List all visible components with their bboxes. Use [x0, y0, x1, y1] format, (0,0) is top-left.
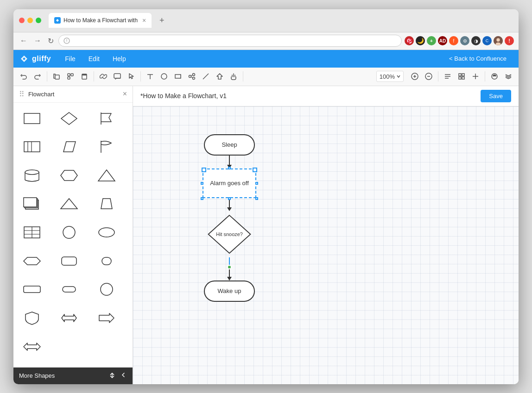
- color-button[interactable]: [488, 70, 501, 83]
- tab-favicon: [54, 17, 61, 24]
- link-button[interactable]: [97, 70, 110, 83]
- zoom-in-button[interactable]: [408, 70, 421, 83]
- svg-text:Hit snooze?: Hit snooze?: [216, 231, 243, 237]
- shape-hexagon[interactable]: [56, 165, 82, 186]
- back-to-confluence-button[interactable]: < Back to Confluence: [443, 55, 513, 62]
- undo-button[interactable]: [17, 70, 30, 83]
- confluence-icon[interactable]: C: [482, 36, 492, 45]
- shape-right-arrow[interactable]: [94, 308, 120, 328]
- arrow-button[interactable]: [213, 70, 226, 83]
- adblock-icon[interactable]: AD: [438, 36, 447, 45]
- svg-marker-41: [61, 112, 77, 125]
- dark-reader-icon[interactable]: ◑: [471, 36, 481, 45]
- notification-icon[interactable]: !: [505, 36, 514, 45]
- forward-nav-button[interactable]: →: [32, 36, 43, 46]
- copy-button[interactable]: [50, 70, 63, 83]
- minimize-button[interactable]: [27, 18, 33, 23]
- tools-icon[interactable]: ⚙: [460, 36, 469, 45]
- title-bar: How to Make a Flowchart with × +: [13, 9, 519, 32]
- line-button[interactable]: [199, 70, 212, 83]
- connector-line-1: [229, 156, 230, 165]
- shape-rrect-wide[interactable]: [19, 279, 45, 299]
- shape-pill[interactable]: [56, 279, 82, 299]
- svg-marker-62: [24, 257, 40, 265]
- shape-wavy-flag[interactable]: [94, 137, 120, 157]
- redo-button[interactable]: [31, 70, 44, 83]
- hide-sidebar-button[interactable]: [120, 371, 127, 381]
- shape-triangle[interactable]: [94, 165, 120, 186]
- maximize-button[interactable]: [36, 18, 41, 23]
- svg-line-22: [191, 77, 193, 78]
- circle-button[interactable]: [158, 70, 171, 83]
- back-nav-button[interactable]: ←: [18, 36, 29, 46]
- shape-rounded-rect[interactable]: [56, 251, 82, 271]
- shape-oval[interactable]: [94, 222, 120, 243]
- refresh-nav-button[interactable]: ↻: [46, 36, 56, 46]
- document-title: *How to Make a Flowchart, v1: [140, 92, 227, 100]
- shape-stadium[interactable]: [94, 251, 120, 271]
- plus-button[interactable]: [469, 70, 482, 83]
- svg-rect-65: [24, 286, 40, 293]
- shape-shield[interactable]: [19, 308, 45, 328]
- shape-circle[interactable]: [56, 222, 82, 243]
- svg-rect-34: [462, 74, 464, 76]
- shape-flag[interactable]: [94, 108, 120, 129]
- shape-double-arrow[interactable]: [19, 337, 45, 357]
- shape-trapezoid[interactable]: [94, 193, 120, 214]
- menu-edit[interactable]: Edit: [82, 50, 106, 68]
- more-shapes-button[interactable]: More Shapes: [19, 372, 55, 379]
- snooze-node[interactable]: Hit snooze?: [206, 211, 253, 257]
- shape-diamond[interactable]: [56, 108, 82, 129]
- menu-file[interactable]: File: [58, 50, 82, 68]
- shape-arrow-right-lean[interactable]: [56, 193, 82, 214]
- connection-point-dot: [227, 265, 232, 269]
- text-button[interactable]: [144, 70, 157, 83]
- alarm-node-wrapper: Alarm goes off: [203, 168, 256, 198]
- hand-button[interactable]: [227, 70, 240, 83]
- canvas-grid[interactable]: Sleep Alarm goes off: [133, 106, 519, 384]
- shape-cylinder[interactable]: [19, 165, 45, 186]
- extensions-icon[interactable]: +: [427, 36, 436, 45]
- alarm-node[interactable]: Alarm goes off: [203, 168, 256, 198]
- node-button[interactable]: [185, 70, 198, 83]
- cut-button[interactable]: [64, 70, 77, 83]
- shape-striped-rect[interactable]: [19, 137, 45, 157]
- save-button[interactable]: Save: [481, 90, 511, 102]
- svg-marker-68: [62, 314, 76, 322]
- menu-help[interactable]: Help: [106, 50, 133, 68]
- close-button[interactable]: [19, 18, 25, 23]
- main-content: ⠿ Flowchart ×: [13, 86, 519, 384]
- feedly-icon[interactable]: f: [449, 36, 458, 45]
- moon-icon[interactable]: 🌙: [416, 36, 425, 45]
- nav-bar: ← → ↻ 🌙 + AD f ⚙ ◑ C !: [13, 32, 519, 50]
- shape-table[interactable]: [19, 222, 45, 243]
- pinterest-icon[interactable]: [405, 36, 414, 45]
- wakeup-node[interactable]: Wake up: [204, 281, 255, 302]
- comment-button[interactable]: [111, 70, 124, 83]
- user-avatar[interactable]: [494, 36, 503, 45]
- pointer-button[interactable]: [125, 70, 138, 83]
- layers-button[interactable]: [502, 70, 515, 83]
- shape-left-right-arrow[interactable]: [56, 308, 82, 328]
- shape-circle-large[interactable]: [94, 279, 120, 299]
- browser-tab[interactable]: How to Make a Flowchart with ×: [49, 13, 152, 28]
- address-bar[interactable]: [58, 35, 402, 47]
- shape-parallelogram[interactable]: [56, 137, 82, 157]
- grid-button[interactable]: [455, 70, 468, 83]
- svg-marker-24: [217, 74, 222, 79]
- new-tab-button[interactable]: +: [155, 14, 168, 27]
- collapse-shapes-button[interactable]: [108, 371, 116, 381]
- zoom-control[interactable]: 100%: [376, 71, 404, 82]
- sleep-node[interactable]: Sleep: [204, 134, 255, 156]
- sidebar-close-button[interactable]: ×: [123, 90, 127, 98]
- zoom-out-button[interactable]: [422, 70, 435, 83]
- svg-marker-69: [99, 313, 114, 323]
- shape-doc-stack[interactable]: [19, 193, 45, 214]
- paste-button[interactable]: [78, 70, 91, 83]
- align-button[interactable]: [441, 70, 454, 83]
- shape-hexagon-small[interactable]: [19, 251, 45, 271]
- tab-close-button[interactable]: ×: [142, 17, 146, 24]
- rect-button[interactable]: [171, 70, 184, 83]
- shape-rectangle[interactable]: [19, 108, 45, 129]
- separator-3: [140, 71, 141, 81]
